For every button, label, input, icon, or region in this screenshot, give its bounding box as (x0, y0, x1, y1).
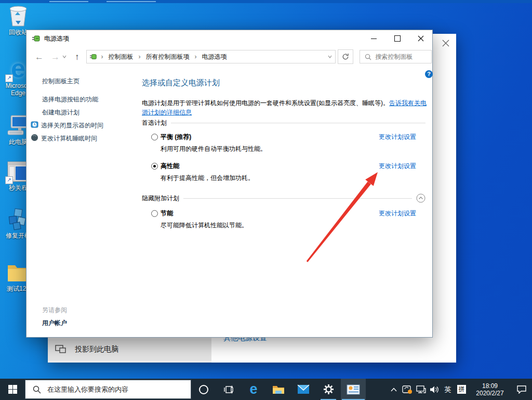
page-title: 选择或自定义电源计划 (142, 78, 220, 88)
settings-taskbar-button[interactable] (316, 379, 341, 400)
navigation-bar: ← → ↑ › 控制面板 › 所有控制面板项 › 电源选项 (26, 47, 432, 66)
intro-text: 电源计划是用于管理计算机如何使用电源的一套硬件和系统设置(如显示器亮度、睡眠等)… (142, 98, 428, 117)
plan-name: 高性能 (161, 162, 179, 171)
window-fragment-line (107, 1, 156, 2)
mail-icon (297, 384, 310, 394)
taskbar-clock[interactable]: 18:09 2020/2/27 (471, 382, 509, 397)
recycle-bin-icon (6, 4, 30, 28)
sidebar-item-display-off-time[interactable]: 选择关闭显示器的时间 (41, 121, 103, 130)
file-explorer-button[interactable] (266, 379, 291, 400)
gear-icon (323, 384, 334, 395)
search-icon (33, 385, 41, 394)
recent-pages-caret-icon[interactable] (62, 55, 66, 58)
sidebar-item-power-buttons[interactable]: 选择电源按钮的功能 (42, 95, 98, 104)
tray-network[interactable] (414, 379, 428, 400)
shortcut-arrow-icon (5, 176, 13, 184)
help-button[interactable] (425, 70, 433, 78)
intro-body: 电源计划是用于管理计算机如何使用电源的一套硬件和系统设置(如显示器亮度、睡眠等)… (142, 99, 389, 107)
plan-name: 节能 (161, 209, 173, 218)
forward-button[interactable]: → (51, 53, 60, 61)
breadcrumb-separator: › (137, 53, 143, 60)
mail-button[interactable] (291, 379, 316, 400)
up-button[interactable]: ↑ (75, 53, 79, 61)
project-to-pc-icon (55, 345, 66, 354)
chevron-up-icon (391, 388, 397, 392)
speaker-icon (429, 385, 440, 394)
title-bar[interactable]: 电源选项 (26, 30, 432, 47)
maximize-button[interactable] (385, 30, 409, 47)
power-options-icon (32, 34, 41, 43)
ime-language-indicator[interactable]: 英 (441, 385, 455, 394)
windows-logo-icon (8, 385, 17, 394)
action-center-icon (516, 385, 527, 394)
collapse-chevron-button[interactable] (416, 193, 425, 203)
group-hidden-plans: 隐藏附加计划 (142, 193, 425, 203)
radio-balanced[interactable] (151, 134, 158, 140)
top-edge-window-fragment (0, 0, 532, 3)
tray-volume[interactable] (428, 379, 441, 400)
plan-description: 有利于提高性能，但会增加功耗。 (161, 174, 254, 183)
address-power-icon (90, 53, 97, 60)
group-label: 隐藏附加计划 (142, 194, 179, 203)
power-options-window-icon (347, 384, 360, 395)
maximize-icon (394, 35, 401, 42)
taskbar-search-placeholder: 在这里输入你要搜索的内容 (47, 385, 128, 394)
address-dropdown-caret-icon[interactable] (328, 55, 332, 58)
clock-time: 18:09 (471, 382, 509, 390)
ime-mode-indicator[interactable]: 拼 (457, 385, 466, 394)
file-explorer-icon (272, 384, 285, 395)
change-plan-settings-link-power-saver[interactable]: 更改计划设置 (379, 209, 416, 218)
settings-close-button[interactable] (441, 38, 451, 48)
close-icon (418, 35, 424, 42)
plan-description: 利用可用的硬件自动平衡功耗与性能。 (161, 145, 267, 153)
close-icon (441, 38, 451, 48)
shortcut-arrow-icon (5, 74, 13, 82)
address-bar[interactable]: › 控制面板 › 所有控制面板项 › 电源选项 (86, 50, 336, 63)
breadcrumb-power-options[interactable]: 电源选项 (201, 53, 228, 61)
settings-item-project-to-pc[interactable]: 投影到此电脑 (48, 339, 211, 360)
power-options-taskbar-button[interactable] (341, 379, 366, 400)
radio-high-performance[interactable] (151, 163, 158, 170)
cortana-button[interactable] (191, 379, 216, 400)
window-fragment-line (49, 1, 88, 2)
group-divider (183, 198, 412, 199)
group-divider (171, 123, 425, 123)
change-plan-settings-link-balanced[interactable]: 更改计划设置 (379, 133, 416, 141)
see-also-header: 另请参阅 (42, 306, 67, 315)
radio-power-saver[interactable] (151, 210, 158, 217)
system-tray: 英 拼 18:09 2020/2/27 (387, 379, 532, 400)
breadcrumb-control-panel[interactable]: 控制面板 (108, 53, 135, 61)
group-label: 首选计划 (142, 119, 167, 127)
edge-taskbar-button[interactable] (241, 379, 266, 400)
refresh-icon (342, 53, 349, 60)
cortana-icon (198, 384, 209, 395)
group-preferred-plans: 首选计划 (142, 119, 425, 127)
sidebar-item-control-panel-home[interactable]: 控制面板主页 (42, 77, 79, 86)
power-options-window: 电源选项 ← → ↑ › 控制面板 › 所有控制面板项 (26, 30, 433, 338)
breadcrumb-all-items[interactable]: 所有控制面板项 (145, 53, 191, 61)
tablet-rotate-icon (402, 385, 413, 394)
action-center-button[interactable] (511, 379, 532, 400)
breadcrumb-separator: › (99, 53, 105, 60)
plan-description: 尽可能降低计算机性能以节能。 (161, 221, 248, 230)
close-button[interactable] (409, 30, 432, 47)
tray-tablet-mode[interactable] (401, 379, 414, 400)
change-plan-settings-link-high-performance[interactable]: 更改计划设置 (379, 162, 416, 171)
start-button[interactable] (0, 379, 25, 400)
task-view-button[interactable] (216, 379, 241, 400)
tray-chevron-button[interactable] (387, 379, 401, 400)
sleep-moon-icon (31, 134, 38, 141)
taskbar-search-input[interactable]: 在这里输入你要搜索的内容 (25, 380, 191, 399)
minimize-button[interactable] (362, 30, 385, 47)
sidebar-item-change-sleep-time[interactable]: 更改计算机睡眠时间 (41, 134, 97, 143)
refresh-button[interactable] (338, 49, 353, 64)
display-clock-icon (31, 121, 38, 128)
clock-date: 2020/2/27 (471, 390, 509, 397)
breadcrumb-separator: › (193, 53, 199, 60)
settings-item-label: 投影到此电脑 (75, 345, 118, 354)
control-panel-search-input[interactable]: 搜索控制面板 (360, 50, 432, 63)
minimize-icon (371, 38, 377, 39)
sidebar-item-user-accounts[interactable]: 用户帐户 (42, 319, 67, 328)
sidebar-item-create-plan[interactable]: 创建电源计划 (42, 108, 79, 117)
back-button[interactable]: ← (35, 53, 44, 61)
